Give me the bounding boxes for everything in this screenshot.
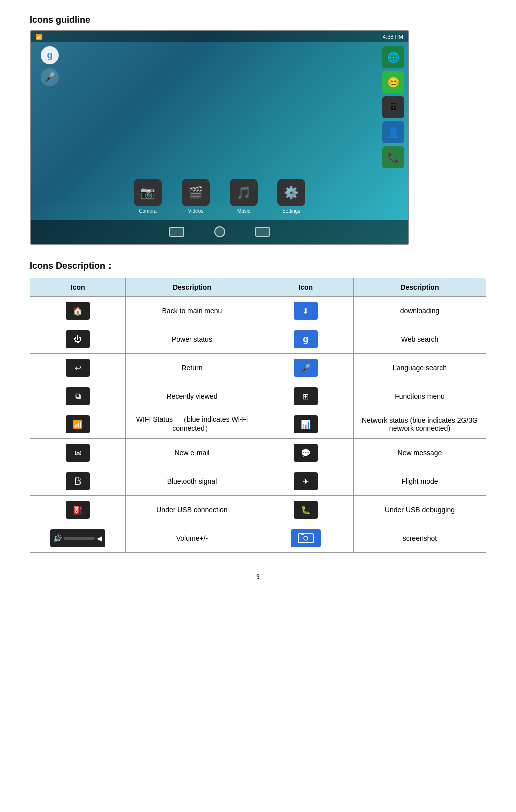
desc-websearch: Web search — [353, 325, 486, 354]
nav-back — [169, 227, 184, 237]
status-left: 📶 — [36, 34, 43, 40]
icon-mic-cell: 🎤 — [258, 354, 353, 382]
desc-volume: Volume+/- — [126, 524, 258, 553]
icon-websearch-cell: g — [258, 325, 353, 354]
desc-bluetooth: Bluetooth signal — [126, 467, 258, 496]
page-title: Icons guidline — [30, 15, 486, 25]
icon-bluetooth-cell: 𝔹 — [30, 467, 126, 496]
usb-icon: ⛽ — [66, 501, 90, 519]
sidebar-globe: 🌐 — [382, 46, 404, 68]
col-header-desc2: Description — [353, 278, 486, 297]
icons-table: Icon Description Icon Description 🏠 Back… — [30, 278, 486, 553]
icon-usb-debug-cell: 🐛 — [258, 496, 353, 524]
return-icon: ↩ — [66, 359, 90, 377]
col-header-icon1: Icon — [30, 278, 126, 297]
icon-usb-cell: ⛽ — [30, 496, 126, 524]
table-row: ⛽ Under USB connection 🐛 Under USB debug… — [30, 496, 486, 524]
desktop-icon-settings: ⚙️ Settings — [277, 179, 305, 214]
table-row: ✉ New e-mail 💬 New message — [30, 439, 486, 467]
network-icon: 📊 — [294, 415, 318, 433]
page-number: 9 — [30, 573, 486, 581]
sidebar-icons: 🌐 😊 ⠿ 👤 📞 — [382, 46, 404, 168]
icon-recent-cell: ⧉ — [30, 382, 126, 410]
email-icon: ✉ — [66, 444, 90, 462]
desc-email: New e-mail — [126, 439, 258, 467]
websearch-icon: g — [294, 330, 318, 348]
google-icons: g 🎤 — [41, 46, 59, 86]
table-row: 𝔹 Bluetooth signal ✈ Flight mode — [30, 467, 486, 496]
svg-rect-2 — [301, 533, 304, 535]
status-bar: 📶 4:38 PM — [31, 31, 408, 42]
wifi-icon: 📶 — [66, 415, 90, 433]
desc-wifi: WIFI Status （blue indicates Wi-Fi connec… — [126, 410, 258, 439]
sidebar-person: 👤 — [382, 121, 404, 143]
desc-message: New message — [353, 439, 486, 467]
download-icon: ⬇ — [294, 302, 318, 320]
icon-email-cell: ✉ — [30, 439, 126, 467]
grid-icon: ⊞ — [294, 387, 318, 405]
desc-usb-debug: Under USB debugging — [353, 496, 486, 524]
sidebar-smiley: 😊 — [382, 71, 404, 93]
desktop-icons: 📷 Camera 🎬 Videos 🎵 Music ⚙️ Settings — [134, 179, 305, 214]
icons-description-title: Icons Description： — [30, 260, 486, 272]
nav-bar — [31, 220, 408, 244]
recent-icon: ⧉ — [66, 387, 90, 405]
desc-return: Return — [126, 354, 258, 382]
volume-icon: 🔊 ◀ — [50, 529, 105, 547]
mic-search-icon: 🎤 — [294, 359, 318, 377]
icon-grid-cell: ⊞ — [258, 382, 353, 410]
svg-rect-0 — [298, 534, 313, 543]
desc-airplane: Flight mode — [353, 467, 486, 496]
google-search-icon: g — [41, 46, 59, 64]
icon-power-cell: ⏻ — [30, 325, 126, 354]
desc-usb: Under USB connection — [126, 496, 258, 524]
desktop-icon-music: 🎵 Music — [230, 179, 258, 214]
icon-volume-cell: 🔊 ◀ — [30, 524, 126, 553]
desc-network: Network status (blue indicates 2G/3G net… — [353, 410, 486, 439]
table-row: 🔊 ◀ Volume+/- screenshot — [30, 524, 486, 553]
icon-wifi-cell: 📶 — [30, 410, 126, 439]
device-screenshot: 📶 4:38 PM g 🎤 🌐 😊 ⠿ 👤 📞 📷 Camera 🎬 Video… — [30, 30, 409, 245]
table-row: ↩ Return 🎤 Language search — [30, 354, 486, 382]
desc-power: Power status — [126, 325, 258, 354]
icon-network-cell: 📊 — [258, 410, 353, 439]
status-time: 4:38 PM — [383, 34, 403, 40]
airplane-icon: ✈ — [294, 472, 318, 490]
nav-recents — [255, 227, 270, 237]
mic-icon: 🎤 — [41, 68, 59, 86]
desc-download: downloading — [353, 297, 486, 325]
bluetooth-icon: 𝔹 — [66, 472, 90, 490]
table-row: ⧉ Recently viewed ⊞ Functions menu — [30, 382, 486, 410]
home-icon: 🏠 — [66, 302, 90, 320]
power-icon: ⏻ — [66, 330, 90, 348]
icon-airplane-cell: ✈ — [258, 467, 353, 496]
table-row: 📶 WIFI Status （blue indicates Wi-Fi conn… — [30, 410, 486, 439]
sidebar-phone: 📞 — [382, 146, 404, 168]
sidebar-grid: ⠿ — [382, 96, 404, 118]
icon-screenshot-cell — [258, 524, 353, 553]
desktop-icon-camera: 📷 Camera — [134, 179, 162, 214]
table-row: 🏠 Back to main menu ⬇ downloading — [30, 297, 486, 325]
desc-recent: Recently viewed — [126, 382, 258, 410]
desc-home: Back to main menu — [126, 297, 258, 325]
col-header-icon2: Icon — [258, 278, 353, 297]
icon-message-cell: 💬 — [258, 439, 353, 467]
col-header-desc1: Description — [126, 278, 258, 297]
desc-screenshot: screenshot — [353, 524, 486, 553]
usb-debug-icon: 🐛 — [294, 501, 318, 519]
desc-grid: Functions menu — [353, 382, 486, 410]
nav-home — [214, 226, 225, 237]
icon-return-cell: ↩ — [30, 354, 126, 382]
svg-point-1 — [304, 536, 308, 540]
desktop-icon-video: 🎬 Videos — [182, 179, 210, 214]
icon-download-cell: ⬇ — [258, 297, 353, 325]
desc-mic: Language search — [353, 354, 486, 382]
message-icon: 💬 — [294, 444, 318, 462]
screenshot-icon — [291, 529, 321, 547]
table-row: ⏻ Power status g Web search — [30, 325, 486, 354]
icon-home-cell: 🏠 — [30, 297, 126, 325]
